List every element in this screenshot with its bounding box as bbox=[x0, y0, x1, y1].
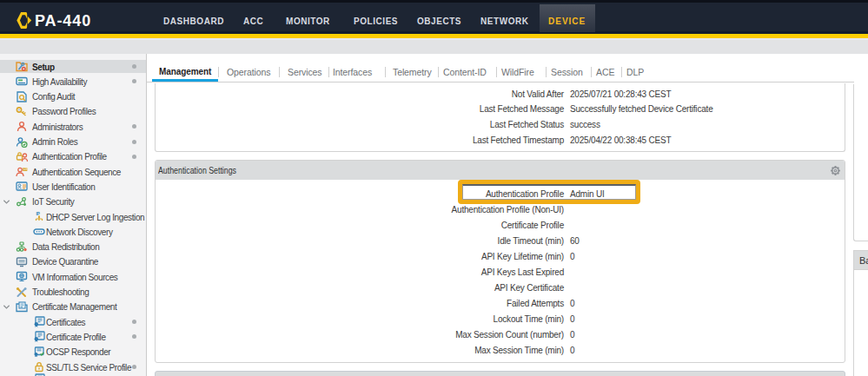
svg-text:123: 123 bbox=[23, 168, 28, 171]
svg-text:IP: IP bbox=[36, 211, 41, 216]
